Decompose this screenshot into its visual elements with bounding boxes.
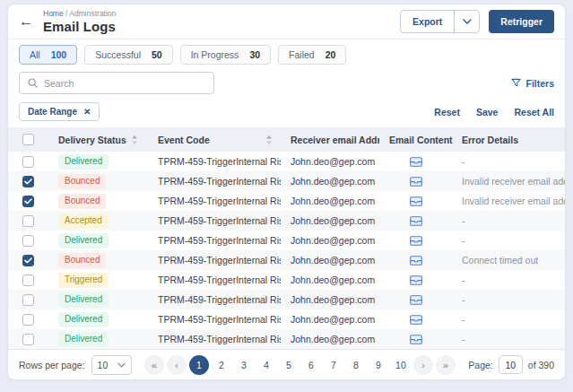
select-all-checkbox[interactable] (22, 134, 34, 145)
date-range-chip[interactable]: Date Range ✕ (19, 102, 100, 121)
next-page-button[interactable]: › (413, 355, 433, 375)
page-jump-input[interactable] (499, 355, 523, 374)
export-split-button[interactable]: Export (400, 10, 480, 33)
table-row: Delivered TPRM-459-TriggerInternal Riskf… (8, 309, 565, 329)
email-content-icon[interactable] (410, 275, 422, 285)
row-checkbox[interactable] (22, 255, 34, 266)
tab-count: 50 (152, 49, 162, 60)
event-code-cell: TPRM-459-TriggerInternal Riskforminterna (146, 176, 281, 187)
page-button-4[interactable]: 4 (256, 355, 276, 375)
page-button-8[interactable]: 8 (346, 355, 366, 375)
tab-count: 100 (51, 49, 67, 60)
row-checkbox[interactable] (22, 314, 34, 326)
receiver-email-cell: John.deo@gep.com (281, 294, 379, 305)
table-row: Bounced TPRM-459-TriggerInternal Riskfor… (8, 171, 565, 191)
email-content-icon[interactable] (410, 335, 422, 344)
tab-label: In Progress (191, 49, 239, 60)
column-header-delivery-status[interactable]: Delivery Status (48, 135, 146, 145)
page-button-10[interactable]: 10 (391, 355, 411, 375)
page-button-3[interactable]: 3 (234, 355, 254, 375)
first-page-button[interactable]: « (144, 355, 164, 375)
filters-button[interactable]: Filters (511, 78, 554, 89)
search-box[interactable] (19, 72, 214, 94)
page-button-9[interactable]: 9 (369, 355, 388, 375)
receiver-email-cell: John.deo@gep.com (281, 274, 379, 285)
rows-per-page: Rows per page: 10 (19, 355, 132, 375)
error-details-cell: - (453, 235, 565, 246)
prev-page-button[interactable]: ‹ (167, 355, 187, 375)
row-checkbox[interactable] (22, 294, 34, 306)
save-button[interactable]: Save (476, 107, 499, 118)
page-button-5[interactable]: 5 (279, 355, 299, 375)
event-code-cell: TPRM-459-TriggerInternal Riskforminterna (146, 235, 281, 246)
page-button-7[interactable]: 7 (324, 355, 343, 375)
email-content-icon[interactable] (410, 157, 422, 167)
email-logs-table: Delivery Status Event Code Receiver emai… (8, 127, 565, 349)
reset-button[interactable]: Reset (434, 107, 460, 118)
back-arrow-icon[interactable]: ← (19, 14, 33, 29)
email-content-icon[interactable] (410, 295, 422, 305)
page-title: Email Logs (43, 19, 116, 34)
status-badge: Delivered (58, 292, 109, 308)
export-button[interactable]: Export (401, 11, 455, 32)
tab-in-progress[interactable]: In Progress 30 (180, 45, 271, 65)
reset-all-button[interactable]: Reset All (514, 107, 554, 118)
close-icon[interactable]: ✕ (83, 108, 91, 117)
rows-per-page-select[interactable]: 10 (91, 355, 132, 375)
error-details-cell: Connect timed out (453, 255, 565, 266)
export-dropdown-button[interactable] (455, 11, 479, 32)
table-header-row: Delivery Status Event Code Receiver emai… (8, 127, 565, 152)
table-row: Triggered TPRM-459-TriggerInternal Riskf… (8, 270, 565, 290)
column-header-event-code[interactable]: Event Code (146, 135, 281, 145)
grid-actions: Reset Save Reset All (434, 107, 554, 118)
page-total-label: of 390 (528, 360, 554, 370)
search-row: Filters (8, 69, 565, 99)
row-checkbox[interactable] (22, 176, 34, 187)
sort-icon[interactable] (131, 135, 138, 144)
email-logs-panel: ← Home / Adminstration Email Logs Export… (7, 4, 566, 380)
receiver-email-cell: John.deo@gep.com (281, 314, 379, 325)
row-checkbox[interactable] (22, 235, 34, 247)
tab-failed[interactable]: Failed 20 (278, 45, 346, 65)
email-content-icon[interactable] (410, 196, 422, 206)
breadcrumb-home-link[interactable]: Home (43, 9, 64, 18)
tab-count: 20 (326, 49, 336, 60)
breadcrumb-separator: / (65, 9, 67, 18)
column-header-email-content: Email Content (379, 135, 453, 145)
column-header-receiver-email[interactable]: Receiver email Address (281, 135, 379, 145)
error-details-cell: - (453, 215, 565, 226)
email-content-icon[interactable] (410, 236, 422, 246)
error-details-cell: Invalid receiver email address (453, 176, 565, 187)
table-row: Bounced TPRM-459-TriggerInternal Riskfor… (8, 250, 565, 270)
row-checkbox[interactable] (22, 196, 34, 207)
page-button-2[interactable]: 2 (212, 355, 231, 375)
page-button-1[interactable]: 1 (189, 355, 209, 375)
status-badge: Delivered (58, 233, 109, 248)
event-code-cell: TPRM-459-TriggerInternal Riskforminterna (146, 215, 281, 226)
chevron-down-icon (117, 362, 126, 368)
event-code-cell: TPRM-459-TriggerInternal Riskforminterna (146, 314, 281, 325)
tab-label: Failed (289, 49, 315, 60)
table-footer: Rows per page: 10 « ‹ 1 2 3 4 5 6 7 8 9 … (8, 349, 565, 379)
tab-successful[interactable]: Successful 50 (84, 45, 172, 65)
email-content-icon[interactable] (410, 177, 422, 187)
row-checkbox[interactable] (22, 334, 34, 345)
page-header: ← Home / Adminstration Email Logs Export… (8, 4, 565, 39)
row-checkbox[interactable] (22, 156, 34, 168)
search-input[interactable] (44, 78, 205, 89)
filter-funnel-icon (511, 78, 521, 88)
sort-icon[interactable] (265, 135, 273, 144)
tab-all[interactable]: All 100 (19, 45, 77, 65)
email-content-icon[interactable] (410, 216, 422, 226)
row-checkbox[interactable] (22, 274, 34, 286)
row-checkbox[interactable] (22, 215, 34, 227)
page-button-6[interactable]: 6 (301, 355, 321, 375)
event-code-cell: TPRM-459-TriggerInternal Riskforminterna (146, 156, 281, 167)
retrigger-button[interactable]: Retrigger (489, 10, 554, 33)
pagination: « ‹ 1 2 3 4 5 6 7 8 9 10 › » (132, 355, 469, 375)
email-content-icon[interactable] (410, 315, 422, 325)
email-content-icon[interactable] (410, 256, 422, 266)
last-page-button[interactable]: » (436, 355, 456, 375)
page-jump: Page: of 390 (468, 355, 554, 374)
rows-per-page-label: Rows per page: (19, 360, 85, 370)
